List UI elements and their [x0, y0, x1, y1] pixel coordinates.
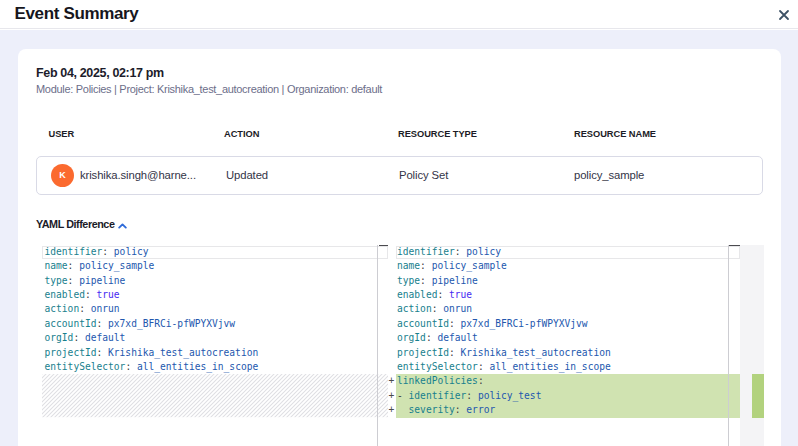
overview-ruler-border-modified — [728, 245, 729, 446]
code-line: action: onrun — [45, 302, 259, 316]
diff-pane-original: identifier: policyname: policy_sampletyp… — [36, 245, 388, 446]
cell-resource-type: Policy Set — [399, 169, 448, 181]
avatar: K — [51, 164, 74, 187]
modal-body: Feb 04, 2025, 02:17 pm Module: Policies … — [0, 30, 798, 446]
code-line: entitySelector: all_entities_in_scope — [397, 360, 611, 374]
col-header-action: ACTION — [224, 129, 259, 139]
diff-missing-lines-hatch — [42, 374, 388, 417]
code-line: type: pipeline — [397, 274, 611, 288]
modal-title: Event Summary — [15, 4, 139, 24]
code-line: - identifier: policy_test — [397, 389, 611, 403]
chevron-up-icon[interactable] — [118, 223, 127, 229]
code-line: name: policy_sample — [397, 259, 611, 273]
code-line: projectId: Krishika_test_autocreation — [397, 346, 611, 360]
code-line: accountId: px7xd_BFRCi-pfWPYXVjvw — [45, 317, 259, 331]
code-line: type: pipeline — [45, 274, 259, 288]
col-header-resource-type: RESOURCE TYPE — [398, 129, 477, 139]
code-line: accountId: px7xd_BFRCi-pfWPYXVjvw — [397, 317, 611, 331]
code-line: orgId: default — [45, 331, 259, 345]
diff-add-marker: + — [389, 374, 396, 388]
code-line: enabled: true — [45, 288, 259, 302]
cell-action: Updated — [226, 169, 268, 181]
code-line: entitySelector: all_entities_in_scope — [45, 360, 259, 374]
yaml-difference-label[interactable]: YAML Difference — [36, 218, 114, 230]
original-code: identifier: policyname: policy_sampletyp… — [45, 245, 259, 375]
overview-ruler-insert-mark — [752, 374, 764, 417]
diff-overview-ruler[interactable] — [740, 245, 764, 446]
col-header-resource-name: RESOURCE NAME — [574, 129, 656, 139]
cell-user: krishika.singh@harne... — [80, 169, 196, 181]
event-timestamp: Feb 04, 2025, 02:17 pm — [36, 66, 164, 80]
code-line: projectId: Krishika_test_autocreation — [45, 346, 259, 360]
event-meta: Module: Policies | Project: Krishika_tes… — [36, 83, 382, 95]
diff-add-marker: + — [389, 403, 396, 417]
code-line: severity: error — [397, 403, 611, 417]
event-summary-modal: Event Summary Feb 04, 2025, 02:17 pm Mod… — [0, 0, 798, 446]
overview-ruler-border-original — [377, 245, 378, 446]
close-icon[interactable] — [776, 7, 792, 23]
code-line: identifier: policy — [397, 245, 611, 259]
cell-resource-name: policy_sample — [574, 169, 644, 181]
modal-header: Event Summary — [0, 0, 798, 29]
yaml-diff-editor[interactable]: identifier: policyname: policy_sampletyp… — [36, 245, 764, 446]
code-line: action: onrun — [397, 302, 611, 316]
overview-ruler-cursor-mark-original — [379, 245, 389, 247]
code-line: linkedPolicies: — [397, 374, 611, 388]
diff-add-marker: + — [389, 389, 396, 403]
code-line: name: policy_sample — [45, 259, 259, 273]
code-line: enabled: true — [397, 288, 611, 302]
event-card: Feb 04, 2025, 02:17 pm Module: Policies … — [18, 49, 781, 446]
code-line: identifier: policy — [45, 245, 259, 259]
modified-code: identifier: policyname: policy_sampletyp… — [397, 245, 611, 418]
col-header-user: USER — [49, 129, 75, 139]
code-line: orgId: default — [397, 331, 611, 345]
overview-ruler-cursor-mark-modified — [729, 245, 740, 247]
